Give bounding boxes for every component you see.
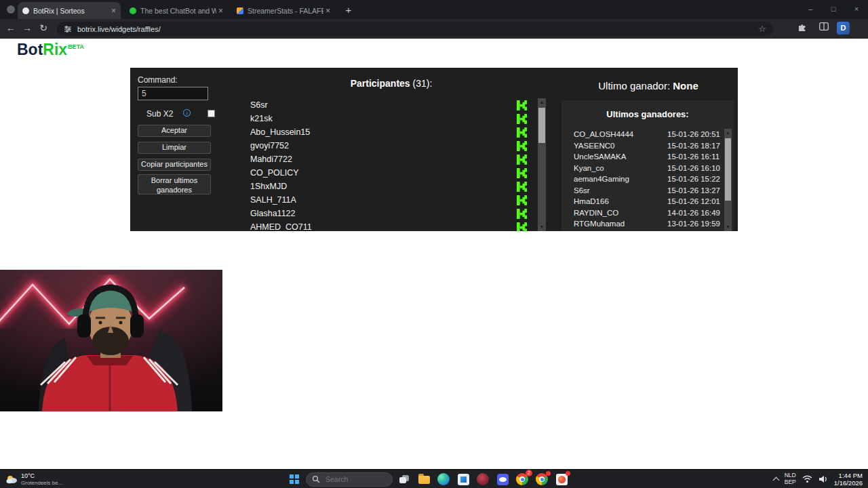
copy-participants-button[interactable]: Copiar participantes <box>138 159 211 171</box>
app-icon-light <box>458 474 469 485</box>
language-line2: BEP <box>785 479 796 486</box>
window-maximize-button[interactable]: □ <box>822 0 845 19</box>
participant-row: Mahdi7722 <box>248 152 538 166</box>
tab-botrix[interactable]: BotRix | Sorteos × <box>18 2 121 19</box>
participants-list: S6sr k21sk Abo_Hussein15 <box>248 98 538 231</box>
browser-app-button-2[interactable] <box>534 471 550 487</box>
accept-button[interactable]: Aceptar <box>138 125 211 137</box>
app-button-4[interactable] <box>553 471 570 487</box>
sub-x2-checkbox[interactable] <box>208 110 215 117</box>
new-tab-button[interactable]: + <box>341 3 356 18</box>
start-button[interactable] <box>286 471 302 487</box>
browser-profile-avatar[interactable]: D <box>837 22 850 35</box>
weather-widget[interactable]: 10°C Grotendeels be... <box>5 470 62 488</box>
browser-app-button-1[interactable]: 2 <box>514 471 530 487</box>
search-input[interactable] <box>324 474 378 484</box>
file-explorer-button[interactable] <box>416 471 432 487</box>
task-view-button[interactable] <box>396 471 412 487</box>
winner-name: UncleSAMAKA <box>574 152 667 161</box>
webcam-scene <box>0 270 222 411</box>
url-text: botrix.live/widgets/raffles/ <box>77 25 758 33</box>
delete-winners-button[interactable]: Borrar ultimos ganadores <box>138 174 211 195</box>
scrollbar-thumb[interactable] <box>538 108 545 143</box>
tab-close-icon[interactable]: × <box>218 6 223 16</box>
tab-streamerstats[interactable]: StreamerStats - FALAFELCO Pr... × <box>232 2 335 19</box>
clear-button[interactable]: Limpiar <box>138 142 211 154</box>
participant-row: Abo_Hussein15 <box>248 125 538 139</box>
participant-name: 1ShxMJD <box>248 182 287 191</box>
winner-date: 15-01-26 16:11 <box>667 152 724 161</box>
sub-x2-label: Sub X2 <box>146 109 173 119</box>
tab-close-icon[interactable]: × <box>326 6 330 16</box>
task-view-icon <box>399 475 409 483</box>
participant-name: Abo_Hussein15 <box>248 127 310 137</box>
windows-taskbar: 10°C Grotendeels be... <box>0 469 868 488</box>
forward-icon[interactable]: → <box>20 22 34 33</box>
site-info-icon[interactable] <box>64 25 72 33</box>
participants-title: Participantes <box>351 78 410 89</box>
winner-date: 15-01-26 12:01 <box>667 197 724 205</box>
edge-button[interactable] <box>435 471 452 487</box>
language-indicator[interactable]: NLD BEP <box>785 472 796 486</box>
taskbar-search[interactable] <box>306 472 393 487</box>
tab-chatbot[interactable]: The best ChatBot and Widgets × <box>125 2 228 19</box>
last-winner-value: None <box>673 80 698 92</box>
app-icon-blue <box>497 474 509 485</box>
wifi-icon[interactable] <box>802 475 812 483</box>
winner-name: CO_ALOSH4444 <box>574 130 667 138</box>
logo-text-primary: Bot <box>17 41 43 58</box>
winner-row: CO_ALOSH4444 15-01-26 20:51 <box>561 129 724 140</box>
kick-icon <box>517 182 527 192</box>
notification-badge: 2 <box>526 470 532 476</box>
hidden-icons-chevron[interactable] <box>772 477 779 484</box>
refresh-icon[interactable]: ↻ <box>37 22 50 33</box>
winner-name: RTGMuhamad <box>574 220 667 228</box>
bookmark-star-icon[interactable]: ☆ <box>758 24 766 34</box>
scroll-down-icon[interactable]: ▼ <box>538 223 546 231</box>
tab-label: BotRix | Sorteos <box>33 7 109 15</box>
logo-text-accent: Rix <box>43 41 67 58</box>
kick-icon <box>517 127 527 138</box>
volume-icon[interactable] <box>818 475 828 483</box>
participants-scrollbar[interactable]: ▲ ▼ <box>538 98 546 231</box>
command-input[interactable] <box>138 87 208 100</box>
clock-time: 1:44 PM <box>834 472 863 479</box>
kick-icon <box>517 114 527 124</box>
participant-row: k21sk <box>248 112 538 125</box>
winners-scrollbar[interactable]: ▲ ▼ <box>724 129 732 231</box>
winners-title: Ultimos ganadores: <box>561 109 734 119</box>
back-icon[interactable]: ← <box>4 22 18 33</box>
scroll-up-icon[interactable]: ▲ <box>724 129 732 137</box>
winner-date: 15-01-26 18:17 <box>667 142 724 150</box>
split-screen-icon[interactable] <box>819 22 829 30</box>
taskbar-clock[interactable]: 1:44 PM 1/16/2026 <box>834 472 863 487</box>
participant-row: Glasha1122 <box>248 207 538 220</box>
scroll-down-icon[interactable]: ▼ <box>724 223 732 231</box>
kick-icon <box>517 222 527 232</box>
participant-row: S6sr <box>248 98 538 112</box>
tab-close-icon[interactable]: × <box>111 6 116 16</box>
scrollbar-thumb[interactable] <box>725 138 731 201</box>
winner-row: RTGMuhamad 13-01-26 19:59 <box>561 218 724 230</box>
app-button-1[interactable] <box>455 471 471 487</box>
app-button-2[interactable] <box>475 471 491 487</box>
winner-date: 15-01-26 15:22 <box>667 175 724 183</box>
kick-icon <box>517 195 527 205</box>
winner-name: RAYDIN_CO <box>574 209 667 217</box>
address-bar[interactable]: botrix.live/widgets/raffles/ ☆ <box>57 22 773 36</box>
kick-icon <box>517 168 527 178</box>
window-close-button[interactable]: × <box>845 0 868 19</box>
info-icon[interactable]: i <box>183 109 191 117</box>
kick-icon <box>517 155 527 165</box>
scroll-up-icon[interactable]: ▲ <box>538 98 546 106</box>
tab-search-button[interactable] <box>7 5 15 14</box>
window-minimize-button[interactable]: – <box>799 0 822 19</box>
extensions-icon[interactable] <box>797 22 807 32</box>
clock-date: 1/16/2026 <box>834 479 863 487</box>
winner-date: 15-01-26 16:10 <box>667 164 724 172</box>
app-button-3[interactable] <box>494 471 511 487</box>
winner-row: S6sr 15-01-26 13:27 <box>561 185 724 197</box>
search-icon <box>312 475 320 483</box>
winner-name: Kyan_co <box>574 164 667 172</box>
app-icon-maroon <box>477 473 489 485</box>
